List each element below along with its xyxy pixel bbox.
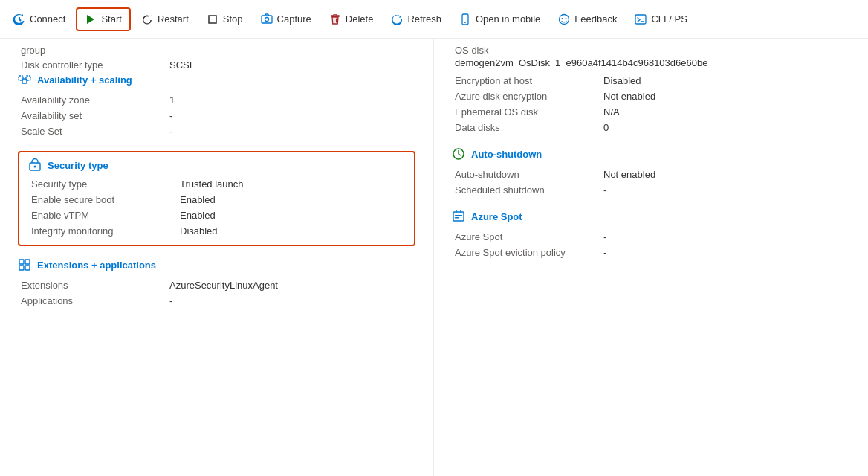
autoshutdown-label: Auto-shutdown [455,169,603,180]
secure-boot-row: Enable secure boot Enabled [31,192,405,208]
disk-controller-label: Disk controller type [21,60,169,71]
connect-button[interactable]: Connect [6,9,73,30]
mobile-icon [459,13,471,25]
start-button[interactable]: Start [76,7,130,31]
data-disks-label: Data disks [455,122,603,133]
applications-value: - [169,295,415,306]
integrity-row: Integrity monitoring Disabled [31,223,405,239]
restart-button[interactable]: Restart [134,9,196,30]
refresh-button[interactable]: Refresh [383,9,449,30]
refresh-icon [391,13,403,25]
secure-boot-value: Enabled [180,194,405,205]
feedback-icon [558,13,570,25]
svg-point-8 [566,18,567,19]
azurespot-eviction-value: - [603,247,850,258]
autoshutdown-title: Auto-shutdown [471,149,542,160]
availability-header: Availability + scaling [18,73,415,86]
vtpm-label: Enable vTPM [31,210,180,221]
svg-rect-20 [453,212,464,221]
svg-rect-2 [262,16,272,23]
disk-controller-value: SCSI [169,60,415,71]
svg-rect-17 [19,266,24,270]
scale-set-value: - [169,126,415,137]
azurespot-eviction-row: Azure Spot eviction policy - [455,245,850,260]
encryption-host-row: Encryption at host Disabled [455,73,850,89]
azurespot-title: Azure Spot [471,211,522,222]
integrity-value: Disabled [180,225,405,237]
start-icon [85,13,97,25]
cli-button[interactable]: CLI / PS [627,9,694,30]
connect-icon [13,13,25,25]
ephemeral-os-row: Ephemeral OS disk N/A [455,104,850,120]
extensions-icon [18,258,31,271]
azure-disk-enc-row: Azure disk encryption Not enabled [455,89,850,104]
svg-rect-16 [25,260,30,264]
feedback-label: Feedback [574,13,617,25]
avail-zone-row: Availability zone 1 [21,92,415,108]
start-label: Start [101,13,121,25]
extensions-header: Extensions + applications [18,258,415,271]
autoshutdown-row: Auto-shutdown Not enabled [455,167,850,182]
refresh-label: Refresh [407,13,441,25]
azurespot-value: - [603,231,850,242]
stop-button[interactable]: Stop [199,9,250,30]
security-section: Security type Security type Trusted laun… [18,151,415,246]
autoshutdown-icon [452,147,465,161]
avail-set-value: - [169,110,415,121]
os-disk-partial: OS disk demogen2vm_OsDisk_1_e960a4f1414b… [455,45,850,68]
disk-controller-row: Disk controller type SCSI [21,57,415,73]
avail-set-row: Availability set - [21,108,415,123]
svg-rect-22 [455,217,459,219]
secure-boot-label: Enable secure boot [31,194,180,205]
feedback-button[interactable]: Feedback [551,9,624,30]
disk-details: Encryption at host Disabled Azure disk e… [452,73,850,135]
svg-rect-9 [635,15,646,24]
delete-button[interactable]: Delete [322,9,381,30]
avail-zone-label: Availability zone [21,94,169,106]
azure-disk-enc-label: Azure disk encryption [455,91,603,102]
applications-label: Applications [21,295,169,306]
right-panel: OS disk demogen2vm_OsDisk_1_e960a4f1414b… [434,39,868,476]
scheduled-shutdown-value: - [603,184,850,196]
left-panel: group Disk controller type SCSI Availabi… [0,39,434,476]
restart-icon [141,13,153,25]
delete-icon [329,13,341,25]
svg-rect-21 [455,215,462,216]
ephemeral-os-label: Ephemeral OS disk [455,106,603,118]
integrity-label: Integrity monitoring [31,225,180,237]
svg-rect-18 [25,266,30,270]
extensions-title: Extensions + applications [37,260,156,271]
svg-point-5 [464,22,466,23]
stop-icon [207,13,218,25]
os-disk-value: demogen2vm_OsDisk_1_e960a4f1414b4c968103… [455,57,850,68]
capture-icon [261,13,273,25]
scheduled-shutdown-row: Scheduled shutdown - [455,182,850,198]
data-disks-value: 0 [603,122,850,133]
encryption-host-label: Encryption at host [455,75,603,86]
availability-icon [18,73,31,86]
svg-marker-0 [87,15,94,24]
azurespot-label: Azure Spot [455,231,603,242]
security-type-row: Security type Trusted launch [31,176,405,192]
vtpm-row: Enable vTPM Enabled [31,208,405,223]
availability-title: Availability + scaling [37,74,132,86]
toolbar: Connect Start Restart Stop [0,0,868,39]
svg-point-14 [34,166,36,168]
scheduled-shutdown-label: Scheduled shutdown [455,184,603,196]
autoshutdown-header: Auto-shutdown [452,147,850,161]
group-label-partial: group [21,45,415,56]
extensions-row: Extensions AzureSecurityLinuxAgent [21,277,415,293]
scale-set-label: Scale Set [21,126,169,137]
security-icon [28,158,42,172]
capture-button[interactable]: Capture [253,9,319,30]
autoshutdown-section: Auto-shutdown Auto-shutdown Not enabled … [452,147,850,198]
azurespot-section: Azure Spot Azure Spot - Azure Spot evict… [452,210,850,260]
availability-section: Availability + scaling Availability zone… [18,73,415,139]
data-disks-row: Data disks 0 [455,120,850,135]
open-mobile-button[interactable]: Open in mobile [452,9,548,30]
security-type-value: Trusted launch [180,178,405,190]
os-disk-label: OS disk [455,45,850,56]
security-title: Security type [48,160,108,171]
avail-zone-value: 1 [169,94,415,106]
cli-icon [635,13,647,25]
